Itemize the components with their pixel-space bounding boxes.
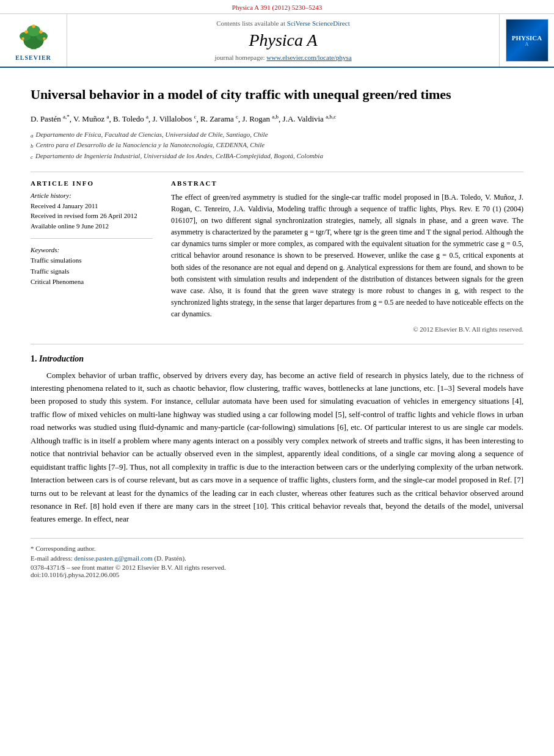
homepage-link[interactable]: www.elsevier.com/locate/physa — [266, 54, 351, 61]
divider-2 — [31, 344, 523, 344]
journal-citation: Physica A 391 (2012) 5230–5243 — [0, 0, 554, 14]
keywords-section: Keywords: Traffic simulations Traffic si… — [31, 246, 153, 288]
elsevier-brand-text: ELSEVIER — [15, 54, 51, 61]
doi-line: doi:10.1016/j.physa.2012.06.005 — [31, 571, 523, 578]
article-info-column: ARTICLE INFO Article history: Received 4… — [31, 180, 153, 333]
svg-point-5 — [24, 30, 28, 34]
keywords-label: Keywords: — [31, 246, 153, 253]
affiliation-c: c Departamento de Ingeniería Industrial,… — [31, 151, 523, 162]
article-history: Article history: Received 4 January 2011… — [31, 192, 153, 231]
intro-paragraph-1: Complex behavior of urban traffic, obser… — [31, 369, 523, 526]
received-date: Received 4 January 2011 — [31, 201, 153, 211]
citation-text: Physica A 391 (2012) 5230–5243 — [232, 4, 322, 11]
available-date: Available online 9 June 2012 — [31, 221, 153, 231]
abstract-heading: ABSTRACT — [171, 180, 523, 187]
keyword-3: Critical Phenomena — [31, 277, 153, 288]
keyword-2: Traffic signals — [31, 266, 153, 277]
article-info-heading: ARTICLE INFO — [31, 180, 153, 187]
footnote-area: * Corresponding author. E-mail address: … — [31, 538, 523, 578]
divider-keywords — [31, 238, 153, 239]
abstract-column: ABSTRACT The effect of green/red asymmet… — [171, 180, 523, 333]
svg-point-9 — [43, 37, 46, 40]
corresponding-author-note: * Corresponding author. — [31, 543, 523, 554]
paper-title: Universal behavior in a model of city tr… — [31, 86, 523, 104]
elsevier-logo: ELSEVIER — [12, 20, 55, 61]
email-note: E-mail address: denisse.pasten.g@gmail.c… — [31, 553, 523, 564]
rights-line: 0378-4371/$ – see front matter © 2012 El… — [31, 564, 523, 571]
copyright-line: © 2012 Elsevier B.V. All rights reserved… — [171, 325, 523, 333]
journal-cover: PHYSICA A — [499, 14, 554, 67]
sciverse-link[interactable]: SciVerse ScienceDirect — [287, 20, 350, 27]
elsevier-tree-icon — [12, 20, 55, 53]
journal-title: Physica A — [249, 31, 317, 50]
sciverse-line: Contents lists available at SciVerse Sci… — [216, 20, 349, 27]
svg-point-6 — [39, 30, 43, 34]
elsevier-logo-section: ELSEVIER — [0, 14, 67, 67]
svg-point-7 — [32, 24, 35, 28]
article-info-abstract: ARTICLE INFO Article history: Received 4… — [31, 180, 523, 333]
main-content: Universal behavior in a model of city tr… — [0, 68, 554, 591]
abstract-text: The effect of green/red asymmetry is stu… — [171, 192, 523, 321]
journal-center: Contents lists available at SciVerse Sci… — [67, 14, 499, 67]
authors-line: D. Pastén a,*, V. Muñoz a, B. Toledo a, … — [31, 112, 523, 126]
affiliations: a Departamento de Física, Facultad de Ci… — [31, 129, 523, 162]
journal-header: ELSEVIER Contents lists available at Sci… — [0, 14, 554, 68]
keyword-1: Traffic simulations — [31, 255, 153, 266]
journal-homepage: journal homepage: www.elsevier.com/locat… — [214, 54, 351, 61]
svg-point-8 — [21, 37, 24, 40]
history-label: Article history: — [31, 192, 153, 199]
divider-1 — [31, 172, 523, 172]
physica-cover-image: PHYSICA A — [506, 19, 549, 62]
affiliation-a: a Departamento de Física, Facultad de Ci… — [31, 129, 523, 140]
intro-heading: 1. Introduction — [31, 354, 523, 364]
revised-date: Received in revised form 26 April 2012 — [31, 211, 153, 221]
affiliation-b: b Centro para el Desarrollo de la Nanoci… — [31, 140, 523, 151]
